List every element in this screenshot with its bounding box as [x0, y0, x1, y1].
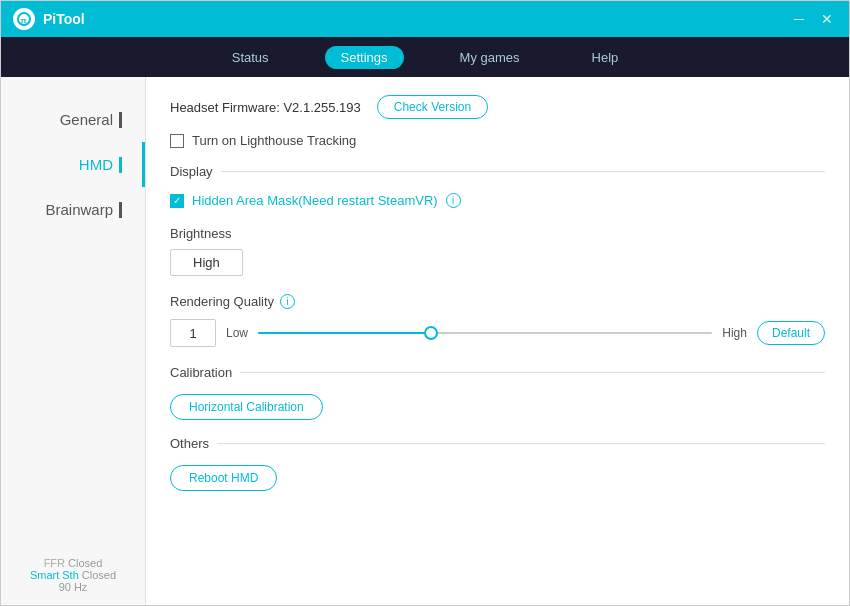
- slider-track: [258, 332, 712, 334]
- sidebar-general-indicator: [119, 112, 122, 128]
- slider-low-label: Low: [226, 326, 248, 340]
- smart-sth-status: Smart Sth Closed: [17, 569, 129, 581]
- brightness-button[interactable]: High: [170, 249, 243, 276]
- hidden-area-mask-checkbox[interactable]: [170, 194, 184, 208]
- app-logo: π: [13, 8, 35, 30]
- brightness-label: Brightness: [170, 226, 825, 241]
- rendering-quality-row: Low High Default: [170, 319, 825, 347]
- lighthouse-row: Turn on Lighthouse Tracking: [170, 133, 825, 148]
- check-version-button[interactable]: Check Version: [377, 95, 488, 119]
- sidebar: General HMD Brainwarp FFR Closed Smart S…: [1, 77, 146, 605]
- window-controls: ─ ✕: [789, 9, 837, 29]
- rendering-quality-header: Rendering Quality i: [170, 294, 825, 309]
- rendering-quality-slider-container: [258, 323, 712, 343]
- hidden-area-mask-info-icon[interactable]: i: [446, 193, 461, 208]
- sidebar-brainwarp-indicator: [119, 202, 122, 218]
- sidebar-hmd-indicator: [119, 157, 122, 173]
- smart-sth-value: Closed: [82, 569, 116, 581]
- ffr-status: FFR Closed: [17, 557, 129, 569]
- others-header-label: Others: [170, 436, 209, 451]
- sidebar-item-brainwarp[interactable]: Brainwarp: [1, 187, 145, 232]
- refresh-rate-value: 90 Hz: [59, 581, 88, 593]
- hidden-area-mask-row: Hidden Area Mask(Need restart SteamVR) i: [170, 193, 825, 208]
- display-header-label: Display: [170, 164, 213, 179]
- nav-mygames[interactable]: My games: [444, 46, 536, 69]
- sidebar-general-label: General: [60, 111, 113, 128]
- slider-thumb[interactable]: [424, 326, 438, 340]
- default-button[interactable]: Default: [757, 321, 825, 345]
- close-button[interactable]: ✕: [817, 9, 837, 29]
- ffr-label: FFR: [44, 557, 65, 569]
- others-section-header: Others: [170, 436, 825, 451]
- slider-fill: [258, 332, 431, 334]
- firmware-row: Headset Firmware: V2.1.255.193 Check Ver…: [170, 95, 825, 119]
- lighthouse-checkbox[interactable]: [170, 134, 184, 148]
- smart-sth-label: Smart Sth: [30, 569, 79, 581]
- sidebar-item-hmd[interactable]: HMD: [1, 142, 145, 187]
- lighthouse-label: Turn on Lighthouse Tracking: [192, 133, 356, 148]
- app-window: π PiTool ─ ✕ Status Settings My games He…: [0, 0, 850, 606]
- refresh-rate: 90 Hz: [17, 581, 129, 593]
- sidebar-hmd-label: HMD: [79, 156, 113, 173]
- nav-help[interactable]: Help: [576, 46, 635, 69]
- main-layout: General HMD Brainwarp FFR Closed Smart S…: [1, 77, 849, 605]
- rendering-quality-label: Rendering Quality: [170, 294, 274, 309]
- svg-text:π: π: [21, 16, 27, 25]
- reboot-hmd-button[interactable]: Reboot HMD: [170, 465, 277, 491]
- ffr-value: Closed: [68, 557, 102, 569]
- sidebar-status: FFR Closed Smart Sth Closed 90 Hz: [1, 545, 145, 605]
- rendering-quality-input[interactable]: [170, 319, 216, 347]
- calibration-section-header: Calibration: [170, 365, 825, 380]
- slider-high-label: High: [722, 326, 747, 340]
- display-section-header: Display: [170, 164, 825, 179]
- horizontal-calibration-button[interactable]: Horizontal Calibration: [170, 394, 323, 420]
- nav-status[interactable]: Status: [216, 46, 285, 69]
- app-title: PiTool: [43, 11, 789, 27]
- title-bar: π PiTool ─ ✕: [1, 1, 849, 37]
- rendering-quality-info-icon[interactable]: i: [280, 294, 295, 309]
- hidden-area-mask-label: Hidden Area Mask(Need restart SteamVR): [192, 193, 438, 208]
- sidebar-item-general[interactable]: General: [1, 97, 145, 142]
- firmware-label: Headset Firmware: V2.1.255.193: [170, 100, 361, 115]
- nav-settings[interactable]: Settings: [325, 46, 404, 69]
- minimize-button[interactable]: ─: [789, 9, 809, 29]
- content-area: Headset Firmware: V2.1.255.193 Check Ver…: [146, 77, 849, 605]
- sidebar-brainwarp-label: Brainwarp: [45, 201, 113, 218]
- nav-bar: Status Settings My games Help: [1, 37, 849, 77]
- calibration-header-label: Calibration: [170, 365, 232, 380]
